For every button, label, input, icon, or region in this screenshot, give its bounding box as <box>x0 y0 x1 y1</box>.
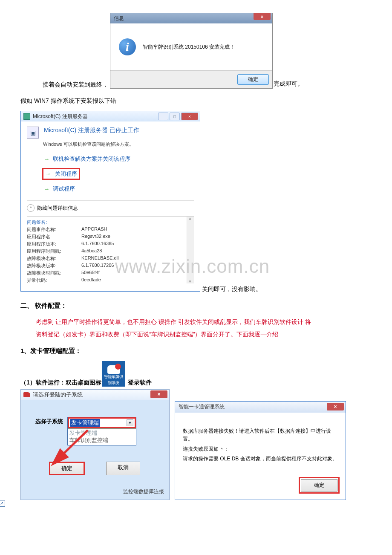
detail-val: Regsvr32.exe <box>81 234 194 240</box>
detail-key: 应用程序名: <box>27 234 78 240</box>
detail-key: 故障模块版本: <box>27 263 78 269</box>
app-icon <box>23 113 30 120</box>
dialog-title: 信息 <box>114 15 124 22</box>
option-item[interactable]: 发卡管理端 <box>69 430 134 437</box>
chevron-up-icon: ˄ <box>27 204 35 212</box>
detail-val: 0eedfade <box>81 277 194 283</box>
ok-button[interactable]: 确定 <box>301 479 337 491</box>
crash-details: 问题签名: 问题事件名称:APPCRASH 应用程序名:Regsvr32.exe… <box>27 216 194 283</box>
link-label: 联机检查解决方案并关闭该程序 <box>53 155 130 163</box>
intro-trailing-text: 完成即可。 <box>273 80 303 89</box>
crash-headline: Microsoft(C) 注册服务器 已停止工作 <box>44 127 139 134</box>
selected-option: 发卡管理端 <box>70 419 100 427</box>
detail-key: 异常代码: <box>27 277 78 283</box>
hide-details-toggle[interactable]: ˄ 隐藏问题详细信息 <box>27 200 194 212</box>
after-crash-text: 关闭即可，没有影响。 <box>200 286 262 294</box>
crash-titlebar: Microsoft(C) 注册服务器 — □ × <box>21 111 200 121</box>
dialog-message: 智能车牌识别系统 20150106 安装完成！ <box>143 43 235 51</box>
dialog-titlebar: 智能一卡通管理系统 × <box>175 402 346 413</box>
detail-key: 故障模块时间戳: <box>27 270 78 276</box>
detail-val: APPCRASH <box>81 226 194 233</box>
crash-link-debug[interactable]: → 调试程序 <box>44 185 194 193</box>
scrollbar[interactable] <box>187 217 194 283</box>
highlighted-selected-option: 发卡管理端 ▼ <box>68 417 136 428</box>
dialog-title: 请选择登陆的子系统 <box>33 391 83 399</box>
crash-link-check-online[interactable]: → 联机检查解决方案并关闭该程序 <box>44 155 194 163</box>
detail-val: 4a5bca28 <box>81 248 194 254</box>
close-icon[interactable]: × <box>254 13 271 20</box>
detail-val: 6.1.7600.17206 <box>81 263 194 269</box>
run-label-b: 登录软件 <box>126 379 152 387</box>
close-icon[interactable]: × <box>150 390 167 398</box>
icon-label-line1: 智能车牌识 <box>104 374 123 380</box>
highlighted-close-program: → 关闭程序 <box>42 168 80 180</box>
car-icon <box>107 365 120 374</box>
db-error-line1: 数据库服务器连接失败！请进入软件后在【数据库连接】中进行设置。 <box>183 427 338 443</box>
cancel-button[interactable]: 取消 <box>106 462 140 475</box>
db-error-line3: 请求的操作需要 OLE DB 会话对象，而当前提供程序不支持此对象。 <box>183 455 338 463</box>
detail-key: 应用程序时间戳: <box>27 248 78 254</box>
db-link[interactable]: 监控端数据库连接 <box>21 486 169 500</box>
db-error-line2: 连接失败原因如下： <box>183 445 338 453</box>
red-note-line2: 资料登记（如发卡）界面和收费（即下面说“车牌识别监控端”）界面分开了。下面我逐一… <box>36 328 372 341</box>
desktop-shortcut-icon[interactable]: ↗ 智能车牌识 别系统 <box>102 361 125 387</box>
close-icon[interactable]: × <box>181 113 198 120</box>
detail-key: 问题事件名称: <box>27 226 78 233</box>
shortcut-arrow-icon: ↗ <box>0 500 5 507</box>
highlighted-ok-button: 确定 <box>299 477 340 494</box>
app-icon <box>23 392 30 397</box>
detail-val: KERNELBASE.dll <box>81 255 194 262</box>
dialog-titlebar: 信息 × <box>110 13 272 23</box>
ok-button[interactable]: 确定 <box>49 462 85 475</box>
ok-button[interactable]: 确定 <box>237 74 269 85</box>
info-icon: i <box>119 38 136 55</box>
arrow-icon: → <box>44 156 49 162</box>
dialog-titlebar: 请选择登陆的子系统 × <box>21 390 169 400</box>
detail-val: 50e65f4f <box>81 270 194 276</box>
run-label-a: （1）软件运行：双击桌面图标 <box>20 379 101 387</box>
dropdown-list: 发卡管理端 车牌识别监控端 <box>68 428 136 445</box>
crash-link-close[interactable]: 关闭程序 <box>55 171 77 177</box>
crash-title: Microsoft(C) 注册服务器 <box>33 113 88 120</box>
db-error-dialog: 智能一卡通管理系统 × 数据库服务器连接失败！请进入软件后在【数据库连接】中进行… <box>175 401 346 500</box>
crash-dialog: Microsoft(C) 注册服务器 — □ × ▣ Microsoft(C) … <box>20 111 200 292</box>
minimize-icon[interactable]: — <box>158 113 168 120</box>
arrow-icon: → <box>44 186 49 192</box>
install-complete-dialog: 信息 × i 智能车牌识别系统 20150106 安装完成！ 确定 <box>110 13 273 89</box>
subsystem-select[interactable]: 发卡管理端 ▼ 发卡管理端 车牌识别监控端 <box>67 417 136 445</box>
detail-key: 应用程序版本: <box>27 241 78 247</box>
link-label: 调试程序 <box>53 185 75 193</box>
detail-val: 6.1.7600.16385 <box>81 241 194 247</box>
section-2-heading: 二、 软件配置： <box>20 302 372 310</box>
program-icon: ▣ <box>27 127 39 139</box>
subsystem-select-dialog: 请选择登陆的子系统 × 选择子系统 发卡管理端 ▼ 发卡管理端 <box>20 389 170 500</box>
crash-subtext: Windows 可以联机检查该问题的解决方案。 <box>43 141 194 147</box>
option-item[interactable]: 车牌识别监控端 <box>69 437 134 444</box>
win7-error-line: 假如 WIN7 操作系统下安装报以下错 <box>20 97 372 105</box>
maximize-icon[interactable]: □ <box>170 113 180 120</box>
arrow-icon: → <box>45 171 51 177</box>
signature-label: 问题签名: <box>27 219 194 225</box>
close-icon[interactable]: × <box>327 403 344 410</box>
chevron-down-icon[interactable]: ▼ <box>127 419 133 426</box>
dialog-title: 智能一卡通管理系统 <box>179 403 225 410</box>
red-note-line1: 考虑到 让用户平时操作得更简单，也不用担心 误操作 引发软件关闭或乱显示，我们车… <box>36 316 372 328</box>
icon-label-line2: 别系统 <box>108 380 119 386</box>
item-1-heading: 1、发卡管理端配置： <box>20 347 372 355</box>
hide-details-label: 隐藏问题详细信息 <box>37 205 78 212</box>
select-label: 选择子系统 <box>35 417 63 425</box>
intro-leading-text: 接着会自动安装到最终， <box>20 13 110 89</box>
detail-key: 故障模块名称: <box>27 255 78 262</box>
